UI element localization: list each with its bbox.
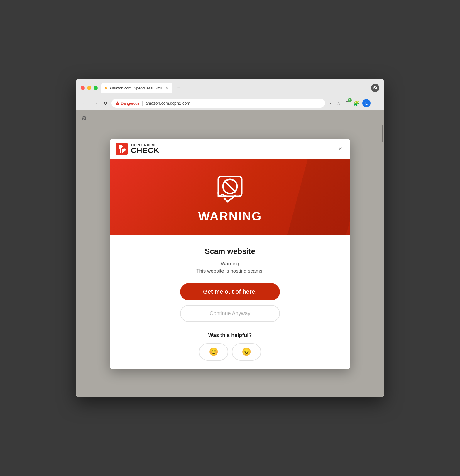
back-button[interactable]: ← <box>81 99 89 107</box>
bookmark-btn[interactable]: ☆ <box>335 99 342 107</box>
maximize-window-btn[interactable] <box>94 86 98 90</box>
browser-tab[interactable]: a Amazon.com. Spend less. Smil × <box>101 83 172 93</box>
browser-window: a Amazon.com. Spend less. Smil × + ← → ↻… <box>76 79 384 397</box>
tabs-area: a Amazon.com. Spend less. Smil × + <box>101 83 368 93</box>
svg-line-5 <box>225 181 235 192</box>
extension-badge: 1 <box>348 98 352 102</box>
tab-favicon: a <box>105 86 107 90</box>
dangerous-badge: ! Dangerous <box>116 101 140 106</box>
forward-button[interactable]: → <box>91 99 99 107</box>
extensions-btn[interactable]: 🧩 <box>352 99 361 107</box>
helpful-title: Was this helpful? <box>208 332 252 339</box>
brand-text: TREND MICRO CHECK <box>131 144 159 154</box>
close-window-btn[interactable] <box>81 86 85 90</box>
extension-area: 🛡 1 <box>344 99 351 107</box>
svg-point-0 <box>374 86 377 89</box>
trend-micro-logo-icon <box>116 143 128 155</box>
brand-main-label: CHECK <box>131 147 159 154</box>
helpful-section: Was this helpful? 😊 😠 <box>199 332 261 361</box>
scam-title: Scam website <box>205 247 255 256</box>
svg-rect-2 <box>116 143 128 155</box>
screenshot-btn[interactable]: ⊡ <box>327 99 334 107</box>
svg-text:!: ! <box>117 102 118 105</box>
reload-button[interactable]: ↻ <box>102 99 109 107</box>
window-menu-button[interactable] <box>371 84 379 92</box>
scam-description: Warning This website is hosting scams. <box>196 260 264 275</box>
get-me-out-button[interactable]: Get me out of here! <box>180 283 280 300</box>
negative-emoji-button[interactable]: 😠 <box>232 343 261 361</box>
modal-overlay: TREND MICRO CHECK × <box>76 110 384 397</box>
new-tab-button[interactable]: + <box>175 84 183 92</box>
warning-icon <box>215 174 245 203</box>
emoji-buttons: 😊 😠 <box>199 343 261 361</box>
profile-avatar[interactable]: L <box>362 99 371 107</box>
minimize-window-btn[interactable] <box>87 86 91 90</box>
chevron-down-icon <box>373 86 377 89</box>
warning-triangle-icon: ! <box>116 101 120 105</box>
url-actions: ⊡ ☆ 🛡 1 🧩 L ⋮ <box>327 99 379 107</box>
trend-micro-modal: TREND MICRO CHECK × <box>110 139 350 369</box>
brand-logo: TREND MICRO CHECK <box>116 143 159 155</box>
modal-header: TREND MICRO CHECK × <box>110 139 350 159</box>
more-options-btn[interactable]: ⋮ <box>372 99 379 107</box>
positive-emoji-button[interactable]: 😊 <box>199 343 228 361</box>
url-text: amazon.com.qqcn2.com <box>146 101 190 106</box>
tab-close-btn[interactable]: × <box>165 85 169 91</box>
traffic-lights <box>81 86 98 90</box>
modal-body: Scam website Warning This website is hos… <box>110 235 350 369</box>
url-bar[interactable]: ! Dangerous | amazon.com.qqcn2.com <box>111 99 325 108</box>
url-divider: | <box>142 101 143 106</box>
warning-banner: WARNING <box>110 159 350 235</box>
dangerous-label: Dangerous <box>121 101 140 106</box>
tab-title: Amazon.com. Spend less. Smil <box>109 86 162 90</box>
continue-anyway-button[interactable]: Continue Anyway <box>180 305 280 322</box>
browser-content: a TREND MICRO <box>76 110 384 397</box>
address-bar: ← → ↻ ! Dangerous | amazon.com.qqcn2.com… <box>76 96 384 110</box>
warning-title: WARNING <box>198 209 262 223</box>
modal-close-button[interactable]: × <box>336 144 344 154</box>
title-bar: a Amazon.com. Spend less. Smil × + <box>76 79 384 96</box>
